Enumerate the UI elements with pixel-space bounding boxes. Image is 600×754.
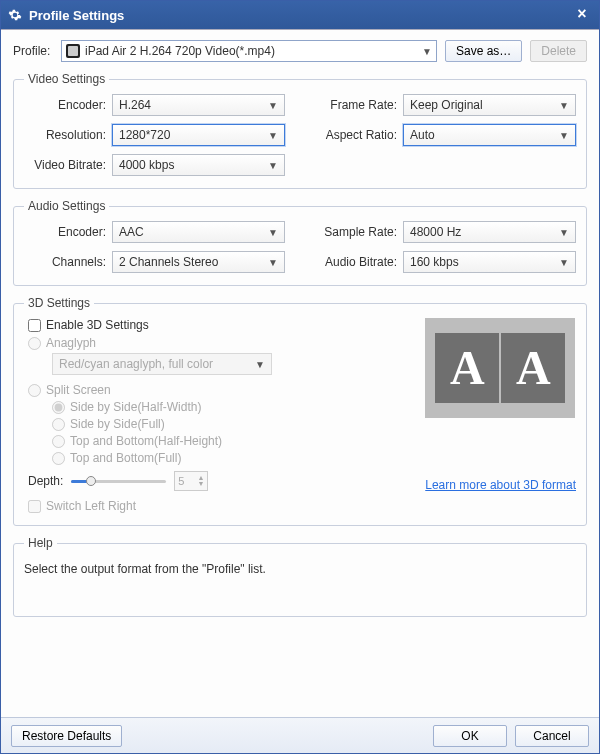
window-title: Profile Settings [29, 8, 124, 23]
split-screen-radio [28, 384, 41, 397]
channels-select[interactable]: 2 Channels Stereo▼ [112, 251, 285, 273]
video-settings-group: Video Settings Encoder: H.264▼ Frame Rat… [13, 72, 587, 189]
profile-label: Profile: [13, 44, 53, 58]
audio-settings-group: Audio Settings Encoder: AAC▼ Sample Rate… [13, 199, 587, 286]
help-group: Help Select the output format from the "… [13, 536, 587, 617]
preview-left: A [435, 333, 499, 403]
gear-icon [7, 7, 23, 23]
video-encoder-select[interactable]: H.264▼ [112, 94, 285, 116]
ok-button[interactable]: OK [433, 725, 507, 747]
restore-defaults-button[interactable]: Restore Defaults [11, 725, 122, 747]
enable-3d-label: Enable 3D Settings [46, 318, 149, 332]
device-icon [66, 44, 80, 58]
channels-label: Channels: [24, 255, 112, 269]
depth-label: Depth: [28, 474, 63, 488]
sample-rate-label: Sample Rate: [315, 225, 403, 239]
close-icon[interactable]: × [571, 5, 593, 25]
cancel-button[interactable]: Cancel [515, 725, 589, 747]
chevron-down-icon: ▼ [559, 227, 569, 238]
frame-rate-label: Frame Rate: [315, 98, 403, 112]
tb-full-radio [52, 452, 65, 465]
learn-more-link[interactable]: Learn more about 3D format [425, 478, 576, 492]
save-as-button[interactable]: Save as… [445, 40, 522, 62]
threed-settings-group: 3D Settings Enable 3D Settings Anaglyph … [13, 296, 587, 526]
threed-legend: 3D Settings [24, 296, 94, 310]
title-bar: Profile Settings × [1, 1, 599, 29]
chevron-down-icon: ▼ [559, 100, 569, 111]
aspect-ratio-select[interactable]: Auto▼ [403, 124, 576, 146]
anaglyph-label: Anaglyph [46, 336, 96, 350]
tb-half-radio [52, 435, 65, 448]
audio-encoder-select[interactable]: AAC▼ [112, 221, 285, 243]
threed-preview: A A [425, 318, 575, 418]
sample-rate-select[interactable]: 48000 Hz▼ [403, 221, 576, 243]
video-bitrate-label: Video Bitrate: [24, 158, 112, 172]
anaglyph-radio [28, 337, 41, 350]
profile-select[interactable]: iPad Air 2 H.264 720p Video(*.mp4) ▼ [61, 40, 437, 62]
switch-lr-label: Switch Left Right [46, 499, 136, 513]
chevron-down-icon: ▼ [268, 257, 278, 268]
resolution-label: Resolution: [24, 128, 112, 142]
profile-value: iPad Air 2 H.264 720p Video(*.mp4) [85, 44, 275, 58]
depth-spinner: 5 ▲▼ [174, 471, 208, 491]
chevron-down-icon: ▼ [268, 100, 278, 111]
footer: Restore Defaults OK Cancel [1, 717, 599, 753]
help-legend: Help [24, 536, 57, 550]
video-legend: Video Settings [24, 72, 109, 86]
aspect-ratio-label: Aspect Ratio: [315, 128, 403, 142]
video-encoder-label: Encoder: [24, 98, 112, 112]
enable-3d-checkbox[interactable] [28, 319, 41, 332]
resolution-select[interactable]: 1280*720▼ [112, 124, 285, 146]
sbs-half-radio [52, 401, 65, 414]
preview-right: A [501, 333, 565, 403]
chevron-down-icon: ▼ [422, 46, 432, 57]
frame-rate-select[interactable]: Keep Original▼ [403, 94, 576, 116]
chevron-down-icon: ▼ [255, 359, 265, 370]
audio-encoder-label: Encoder: [24, 225, 112, 239]
depth-slider [71, 474, 166, 488]
chevron-down-icon: ▼ [268, 130, 278, 141]
chevron-down-icon: ▼ [268, 160, 278, 171]
chevron-down-icon: ▼ [268, 227, 278, 238]
chevron-down-icon: ▼ [559, 130, 569, 141]
video-bitrate-select[interactable]: 4000 kbps▼ [112, 154, 285, 176]
split-screen-label: Split Screen [46, 383, 111, 397]
audio-bitrate-label: Audio Bitrate: [315, 255, 403, 269]
audio-bitrate-select[interactable]: 160 kbps▼ [403, 251, 576, 273]
switch-lr-checkbox [28, 500, 41, 513]
audio-legend: Audio Settings [24, 199, 109, 213]
delete-button: Delete [530, 40, 587, 62]
chevron-down-icon: ▼ [559, 257, 569, 268]
sbs-full-radio [52, 418, 65, 431]
anaglyph-mode-select: Red/cyan anaglyph, full color▼ [52, 353, 272, 375]
help-text: Select the output format from the "Profi… [24, 558, 576, 576]
